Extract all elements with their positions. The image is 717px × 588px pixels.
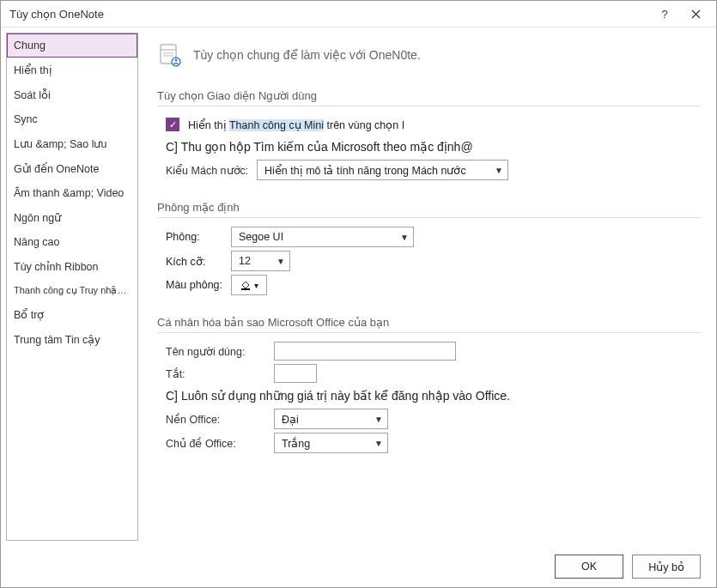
sidebar-item-proofing[interactable]: Soát lỗi <box>7 82 137 107</box>
sidebar-item-display[interactable]: Hiển thị <box>7 58 137 82</box>
sidebar-item-addins[interactable]: Bổ trợ <box>7 302 137 327</box>
help-icon: ? <box>661 8 667 21</box>
svg-point-5 <box>174 58 177 61</box>
initials-label: Tắt: <box>166 367 269 380</box>
options-dialog: Tùy chọn OneNote ? Chung Hiển thị Soát l… <box>0 0 717 588</box>
office-background-combo[interactable]: Đại ▼ <box>274 409 388 429</box>
chevron-down-icon: ▼ <box>373 439 385 448</box>
font-label: Phông: <box>166 231 226 243</box>
window-title: Tùy chọn OneNote <box>9 8 649 21</box>
paint-bucket-icon <box>240 279 252 291</box>
mini-toolbar-label: Hiển thị Thanh công cụ Mini trên vùng ch… <box>188 118 404 131</box>
sidebar-item-general[interactable]: Chung <box>7 33 137 58</box>
office-background-label: Nền Office: <box>166 413 269 426</box>
initials-input[interactable] <box>274 364 317 383</box>
chevron-down-icon: ▼ <box>373 415 385 424</box>
chevron-down-icon: ▼ <box>398 233 410 242</box>
sidebar-item-sync[interactable]: Sync <box>7 107 137 131</box>
office-theme-label: Chủ đề Office: <box>166 437 269 450</box>
cancel-button[interactable]: Hủy bỏ <box>632 555 701 579</box>
screentip-style-label: Kiểu Mách nước: <box>166 164 252 177</box>
close-icon <box>691 9 701 19</box>
chevron-down-icon: ▾ <box>254 281 258 290</box>
chevron-down-icon: ▼ <box>275 257 287 266</box>
content-pane: Tùy chọn chung để làm việc với OneN0te. … <box>142 27 716 546</box>
always-use-label: C] Luôn sử dụng những giá trị này bất kể… <box>166 389 510 403</box>
section-title-font: Phông mặc định <box>157 201 701 214</box>
ok-button[interactable]: OK <box>555 555 623 579</box>
username-input[interactable] <box>274 342 456 361</box>
font-color-label: Màu phông: <box>166 279 226 291</box>
close-button[interactable] <box>680 2 711 26</box>
svg-rect-6 <box>241 288 250 290</box>
sidebar-item-customize-ribbon[interactable]: Tùy chỉnh Ribbon <box>7 254 137 279</box>
size-combo[interactable]: 12 ▼ <box>231 251 290 271</box>
titlebar: Tùy chọn OneNote ? <box>1 1 716 27</box>
font-color-picker[interactable]: ▾ <box>231 275 267 295</box>
collapse-search-label: C] Thu gọn hộp Tìm kiếm của Microsoft th… <box>166 140 473 154</box>
office-theme-combo[interactable]: Trắng ▼ <box>274 433 388 453</box>
sidebar-item-language[interactable]: Ngôn ngữ <box>7 205 137 230</box>
sidebar-item-send-to-onenote[interactable]: Gửi đến OneNote <box>7 156 137 181</box>
size-label: Kích cỡ: <box>166 255 226 268</box>
category-sidebar: Chung Hiển thị Soát lỗi Sync Lưu &amp; S… <box>6 33 138 541</box>
chevron-down-icon: ▼ <box>493 166 505 175</box>
username-label: Tên người dùng: <box>166 345 269 358</box>
sidebar-item-quick-access-toolbar[interactable]: Thanh công cụ Truy nhập Nhanh <box>7 279 137 302</box>
general-section-icon <box>157 41 185 69</box>
checkbox-mini-toolbar[interactable]: ✓ <box>166 118 179 131</box>
dialog-buttons: OK Hủy bỏ <box>1 546 716 587</box>
screentip-style-combo[interactable]: Hiển thị mô tả tính năng trong Mách nước… <box>257 160 508 180</box>
section-title-personalize: Cá nhân hóa bản sao Microsoft Office của… <box>157 316 701 329</box>
sidebar-item-save-backup[interactable]: Lưu &amp; Sao lưu <box>7 131 137 156</box>
header-lead-text: Tùy chọn chung để làm việc với OneN0te. <box>193 48 421 62</box>
sidebar-item-trust-center[interactable]: Trung tâm Tin cậy <box>7 327 137 352</box>
section-title-ui: Tùy chọn Giao diện Người dùng <box>157 89 701 102</box>
font-combo[interactable]: Segoe UI ▼ <box>231 227 414 247</box>
sidebar-item-advanced[interactable]: Nâng cao <box>7 230 137 254</box>
sidebar-item-audio-video[interactable]: Âm thanh &amp; Video <box>7 181 137 205</box>
help-button[interactable]: ? <box>649 2 680 26</box>
